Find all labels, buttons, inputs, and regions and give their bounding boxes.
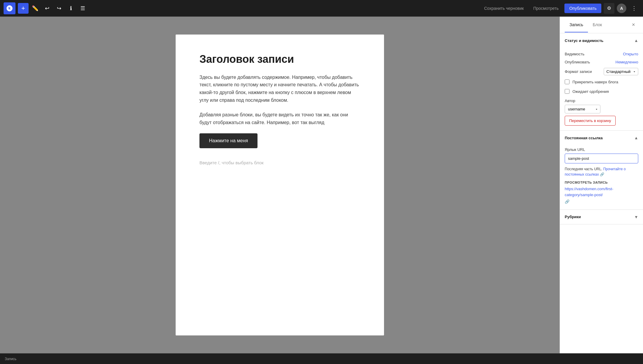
review-checkbox[interactable] (565, 89, 569, 94)
permalink-content: Ярлык URL Последняя часть URL. Прочитайт… (560, 145, 643, 210)
post-call-to-action-button[interactable]: Нажмите на меня (199, 133, 257, 148)
preview-button[interactable]: Просмотреть (530, 4, 562, 13)
publish-value[interactable]: Немедленно (616, 60, 639, 64)
redo-button[interactable]: ↪ (54, 3, 64, 14)
author-label: Автор (565, 99, 638, 103)
visibility-row: Видимость Открыто (565, 50, 638, 58)
save-draft-button[interactable]: Сохранить черновик (480, 4, 527, 13)
status-visibility-content: Видимость Открыто Опубликовать Немедленн… (560, 48, 643, 130)
publish-row: Опубликовать Немедленно (565, 58, 638, 66)
wordpress-logo[interactable] (4, 2, 15, 14)
visibility-value[interactable]: Открыто (623, 52, 638, 56)
toolbar: + ✏️ ↩ ↪ ℹ ☰ Сохранить черновик Просмотр… (0, 0, 643, 17)
tab-block[interactable]: Блок (588, 18, 607, 32)
review-row: Ожидает одобрения (565, 87, 638, 96)
info-button[interactable]: ℹ (65, 3, 76, 14)
add-block-button[interactable]: + (18, 3, 29, 14)
editor-placeholder[interactable]: Введите /, чтобы выбрать блок (199, 158, 360, 168)
move-to-trash-button[interactable]: Переместить в корзину (565, 116, 616, 126)
list-view-button[interactable]: ☰ (77, 3, 88, 14)
format-select[interactable]: Стандартный (604, 68, 638, 75)
tab-post[interactable]: Запись (565, 18, 588, 32)
sidebar-header: Запись Блок × (560, 17, 643, 33)
status-visibility-section: Статус и видимость ▲ Видимость Открыто О… (560, 33, 643, 131)
view-post-label: ПРОСМОТРЕТЬ ЗАПИСЬ (565, 181, 638, 184)
post-body-1[interactable]: Здесь вы будете добавлять содержимое. На… (199, 74, 360, 104)
post-body-2[interactable]: Добавляя разные блоки, вы будете видеть … (199, 111, 360, 126)
review-label: Ожидает одобрения (572, 89, 609, 94)
author-section: Автор username (565, 99, 638, 113)
permalink-header[interactable]: Постоянная ссылка ▲ (560, 131, 643, 145)
main-layout: Заголовок записи Здесь вы будете добавля… (0, 17, 643, 353)
undo-button[interactable]: ↩ (42, 3, 52, 14)
url-label: Ярлык URL (565, 147, 638, 152)
format-label: Формат записи (565, 69, 592, 74)
url-info: Последняя часть URL. Прочитайте о постоя… (565, 166, 638, 177)
permalink-title: Постоянная ссылка (565, 136, 603, 140)
toolbar-right: Сохранить черновик Просмотреть Опубликов… (480, 3, 639, 14)
visibility-label: Видимость (565, 52, 584, 56)
close-sidebar-button[interactable]: × (629, 20, 638, 30)
view-post-link[interactable]: https://vashdomen.com/first-category/sam… (565, 186, 638, 205)
editor-area: Заголовок записи Здесь вы будете добавля… (0, 17, 560, 353)
sidebar: Запись Блок × Статус и видимость ▲ Видим… (560, 17, 643, 353)
rubrics-label: Рубрики (565, 215, 581, 219)
permalink-chevron-icon: ▲ (634, 135, 638, 140)
post-title[interactable]: Заголовок записи (199, 52, 360, 66)
pin-checkbox[interactable] (565, 79, 569, 84)
format-row: Формат записи Стандартный (565, 66, 638, 77)
pin-label: Прикрепить наверх блога (572, 80, 618, 84)
user-avatar-button[interactable]: A (617, 4, 626, 13)
status-visibility-header[interactable]: Статус и видимость ▲ (560, 33, 643, 48)
publish-button[interactable]: Опубликовать (564, 4, 601, 13)
toolbar-left: + ✏️ ↩ ↪ ℹ ☰ (4, 2, 479, 14)
status-bar-text: Запись (5, 357, 16, 361)
settings-button[interactable]: ⚙ (604, 3, 614, 14)
publish-label: Опубликовать (565, 60, 590, 64)
rubrics-header[interactable]: Рубрики ▼ (560, 210, 643, 224)
edit-button[interactable]: ✏️ (30, 3, 40, 14)
status-chevron-icon: ▲ (634, 38, 638, 43)
rubrics-chevron-icon: ▼ (634, 215, 638, 219)
editor-canvas: Заголовок записи Здесь вы будете добавля… (176, 35, 384, 335)
author-select[interactable]: username (565, 105, 600, 113)
status-bar: Запись (0, 353, 643, 364)
rubrics-section: Рубрики ▼ (560, 210, 643, 224)
pin-row: Прикрепить наверх блога (565, 77, 638, 87)
permalink-section: Постоянная ссылка ▲ Ярлык URL Последняя … (560, 131, 643, 210)
more-options-button[interactable]: ⋮ (629, 3, 639, 14)
url-input[interactable] (565, 154, 638, 163)
status-visibility-title: Статус и видимость (565, 38, 603, 43)
